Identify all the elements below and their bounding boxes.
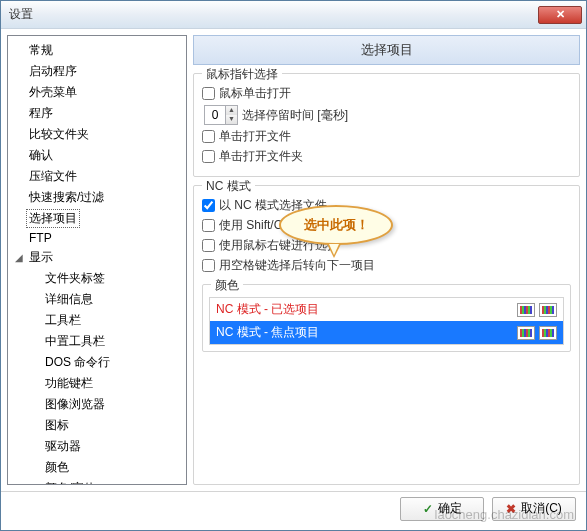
panel-header: 选择项目 — [193, 35, 580, 65]
spinner-up-icon[interactable]: ▲ — [225, 106, 237, 115]
tree-item[interactable]: 比较文件夹 — [12, 124, 186, 145]
tree-item-label: 中置工具栏 — [42, 332, 108, 351]
callout-annotation: 选中此项！ — [279, 205, 393, 245]
colors-fieldset: 颜色 NC 模式 - 已选项目NC 模式 - 焦点项目 — [202, 284, 571, 352]
single-click-folder-checkbox[interactable] — [202, 150, 215, 163]
callout-tail-icon — [327, 244, 341, 258]
tree-item[interactable]: 中置工具栏 — [28, 331, 186, 352]
tree-item-label: 文件夹标签 — [42, 269, 108, 288]
collapse-icon[interactable]: ◢ — [12, 252, 26, 263]
mouse-legend: 鼠标指针选择 — [202, 66, 282, 83]
tree-item[interactable]: 文件夹标签 — [28, 268, 186, 289]
settings-window: 设置 ✕ 常规启动程序外壳菜单程序比较文件夹确认压缩文件快速搜索/过滤选择项目F… — [0, 0, 587, 531]
tree-item[interactable]: 图像浏览器 — [28, 394, 186, 415]
tree-item-label: 确认 — [26, 146, 56, 165]
tree-item[interactable]: 颜色/字体 — [28, 478, 186, 485]
hover-time-value: 0 — [205, 108, 225, 122]
tree-item[interactable]: 启动程序 — [12, 61, 186, 82]
tree-item[interactable]: 驱动器 — [28, 436, 186, 457]
color-swatch[interactable] — [539, 326, 557, 340]
single-click-open-checkbox[interactable] — [202, 87, 215, 100]
tree-item[interactable]: 颜色 — [28, 457, 186, 478]
tree-item-label: 压缩文件 — [26, 167, 80, 186]
titlebar: 设置 ✕ — [1, 1, 586, 29]
tree-item-label: 启动程序 — [26, 62, 80, 81]
color-swatch[interactable] — [517, 326, 535, 340]
colors-legend: 颜色 — [211, 277, 243, 294]
tree-item[interactable]: FTP — [12, 229, 186, 247]
tree-item-label: 功能键栏 — [42, 374, 96, 393]
spinner-down-icon[interactable]: ▼ — [225, 115, 237, 124]
ok-button[interactable]: ✓ 确定 — [400, 497, 484, 521]
tree-item[interactable]: ◢显示 — [12, 247, 186, 268]
right-click-checkbox[interactable] — [202, 239, 215, 252]
tree-item[interactable]: 工具栏 — [28, 310, 186, 331]
tree-item-label: 驱动器 — [42, 437, 84, 456]
tree-item-label: 显示 — [26, 248, 56, 267]
hover-time-spinner[interactable]: 0 ▲▼ — [204, 105, 238, 125]
content-panel: 选择项目 鼠标指针选择 鼠标单击打开 0 ▲▼ 选择停留时间 [毫秒] 单击打开… — [193, 35, 580, 485]
tree-item-label: 工具栏 — [42, 311, 84, 330]
tree-item[interactable]: 外壳菜单 — [12, 82, 186, 103]
single-click-file-checkbox[interactable] — [202, 130, 215, 143]
tree-item[interactable]: 程序 — [12, 103, 186, 124]
tree-item-label: 图像浏览器 — [42, 395, 108, 414]
tree-item-label: 比较文件夹 — [26, 125, 92, 144]
callout-text: 选中此项！ — [279, 205, 393, 245]
window-title: 设置 — [9, 6, 538, 23]
close-button[interactable]: ✕ — [538, 6, 582, 24]
tree-item[interactable]: 详细信息 — [28, 289, 186, 310]
tree-item[interactable]: 常规 — [12, 40, 186, 61]
hover-time-label: 选择停留时间 [毫秒] — [242, 107, 348, 124]
category-tree[interactable]: 常规启动程序外壳菜单程序比较文件夹确认压缩文件快速搜索/过滤选择项目FTP◢显示… — [7, 35, 187, 485]
tree-item-label: FTP — [26, 230, 55, 246]
tree-item-label: 颜色 — [42, 458, 72, 477]
color-row-label: NC 模式 - 已选项目 — [216, 301, 319, 318]
shift-ctrl-checkbox[interactable] — [202, 219, 215, 232]
cancel-label: 取消(C) — [521, 500, 562, 517]
color-row[interactable]: NC 模式 - 焦点项目 — [210, 321, 563, 344]
tree-item[interactable]: 功能键栏 — [28, 373, 186, 394]
nc-legend: NC 模式 — [202, 178, 255, 195]
tree-item[interactable]: 图标 — [28, 415, 186, 436]
color-swatch[interactable] — [539, 303, 557, 317]
tree-item-label: 快速搜索/过滤 — [26, 188, 107, 207]
tree-item[interactable]: 快速搜索/过滤 — [12, 187, 186, 208]
tree-item-label: 外壳菜单 — [26, 83, 80, 102]
tree-item-label: 常规 — [26, 41, 56, 60]
tree-item-label: 颜色/字体 — [42, 479, 99, 485]
tree-item[interactable]: DOS 命令行 — [28, 352, 186, 373]
ok-label: 确定 — [438, 500, 462, 517]
check-icon: ✓ — [423, 502, 433, 516]
mouse-fieldset: 鼠标指针选择 鼠标单击打开 0 ▲▼ 选择停留时间 [毫秒] 单击打开文件 — [193, 73, 580, 177]
color-list: NC 模式 - 已选项目NC 模式 - 焦点项目 — [209, 297, 564, 345]
tree-item[interactable]: 选择项目 — [12, 208, 186, 229]
space-next-checkbox[interactable] — [202, 259, 215, 272]
tree-item-label: 选择项目 — [26, 209, 80, 228]
color-swatch[interactable] — [517, 303, 535, 317]
tree-item-label: 详细信息 — [42, 290, 96, 309]
tree-item[interactable]: 压缩文件 — [12, 166, 186, 187]
tree-item-label: DOS 命令行 — [42, 353, 113, 372]
single-click-file-label: 单击打开文件 — [219, 128, 291, 145]
tree-item[interactable]: 确认 — [12, 145, 186, 166]
tree-item-label: 图标 — [42, 416, 72, 435]
space-next-label: 用空格键选择后转向下一项目 — [219, 257, 375, 274]
single-click-open-label: 鼠标单击打开 — [219, 85, 291, 102]
cancel-button[interactable]: ✖ 取消(C) — [492, 497, 576, 521]
single-click-folder-label: 单击打开文件夹 — [219, 148, 303, 165]
tree-item-label: 程序 — [26, 104, 56, 123]
color-row-label: NC 模式 - 焦点项目 — [216, 324, 319, 341]
dialog-footer: ✓ 确定 ✖ 取消(C) — [1, 491, 586, 525]
use-nc-checkbox[interactable] — [202, 199, 215, 212]
cross-icon: ✖ — [506, 502, 516, 516]
color-row[interactable]: NC 模式 - 已选项目 — [210, 298, 563, 321]
